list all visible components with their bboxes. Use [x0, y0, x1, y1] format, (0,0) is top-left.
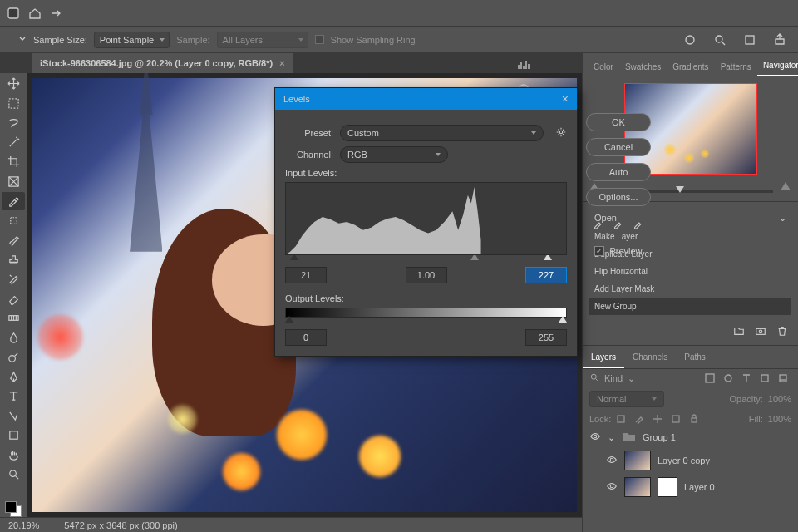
- layer-row[interactable]: ⌄ Group 1: [583, 427, 798, 447]
- filter-adjust-icon[interactable]: [723, 373, 733, 383]
- eraser-tool[interactable]: [2, 290, 25, 308]
- type-tool[interactable]: [2, 387, 25, 406]
- trash-icon[interactable]: [776, 325, 788, 338]
- blur-tool[interactable]: [2, 329, 25, 347]
- tool-more[interactable]: ⋯: [9, 485, 17, 495]
- ok-button[interactable]: OK: [586, 113, 651, 131]
- input-white-field[interactable]: 227: [525, 267, 567, 283]
- gradient-tool[interactable]: [2, 309, 25, 328]
- layer-row[interactable]: Layer 0: [583, 474, 798, 500]
- action-item-selected[interactable]: New Group: [589, 298, 791, 315]
- fill-value[interactable]: 100%: [768, 414, 791, 424]
- tools-panel: ⋯: [0, 73, 27, 517]
- tab-color[interactable]: Color: [588, 57, 619, 76]
- tab-channels[interactable]: Channels: [624, 347, 676, 368]
- layer-name: Group 1: [643, 432, 676, 442]
- sample-size-value: Point Sample: [100, 35, 154, 45]
- camera-icon[interactable]: [755, 325, 766, 338]
- lock-artboard-icon[interactable]: [671, 414, 681, 424]
- layer-name: Layer 0 copy: [658, 456, 710, 466]
- dodge-tool[interactable]: [2, 348, 25, 367]
- white-point-eyedropper-icon[interactable]: [633, 218, 644, 231]
- layer-row[interactable]: Layer 0 copy: [583, 447, 798, 474]
- marquee-tool[interactable]: [2, 95, 25, 113]
- lasso-tool[interactable]: [2, 114, 25, 132]
- visibility-icon[interactable]: [589, 431, 601, 444]
- input-black-field[interactable]: 21: [285, 267, 327, 283]
- visibility-icon[interactable]: [606, 480, 618, 494]
- auto-button[interactable]: Auto: [586, 163, 651, 181]
- heal-tool[interactable]: [2, 212, 25, 230]
- chevron-down-icon[interactable]: ⌄: [628, 373, 635, 384]
- home-icon[interactable]: [28, 7, 42, 20]
- lock-position-icon[interactable]: [653, 414, 663, 424]
- output-sliders[interactable]: [285, 316, 567, 323]
- tab-layers[interactable]: Layers: [583, 347, 624, 368]
- kind-label: Kind: [604, 373, 623, 383]
- filter-icon[interactable]: [589, 372, 599, 384]
- frame-tool[interactable]: [2, 173, 25, 191]
- channel-dropdown[interactable]: RGB: [340, 146, 448, 163]
- zoom-in-icon[interactable]: [780, 181, 791, 193]
- new-folder-icon[interactable]: [733, 325, 745, 338]
- expand-icon[interactable]: ⌄: [608, 432, 616, 443]
- hand-tool[interactable]: [2, 446, 25, 465]
- output-white-field[interactable]: 255: [525, 329, 567, 346]
- tab-navigator[interactable]: Navigator: [757, 56, 798, 76]
- close-icon[interactable]: ×: [562, 92, 569, 106]
- preview-label: Preview: [609, 246, 642, 256]
- chevron-down-icon[interactable]: [18, 35, 27, 45]
- sample-size-dropdown[interactable]: Point Sample: [94, 32, 170, 48]
- opacity-value[interactable]: 100%: [768, 394, 791, 404]
- crop-tool[interactable]: [2, 153, 25, 171]
- output-black-field[interactable]: 0: [285, 329, 327, 346]
- black-point-eyedropper-icon[interactable]: [593, 218, 604, 231]
- pen-tool[interactable]: [2, 368, 25, 387]
- blend-mode-dropdown[interactable]: Normal: [589, 391, 664, 407]
- arrow-icon: [50, 7, 63, 20]
- filter-pixel-icon[interactable]: [705, 373, 715, 383]
- gear-icon[interactable]: [555, 126, 567, 140]
- tab-gradients[interactable]: Gradients: [667, 57, 714, 76]
- cloud-icon[interactable]: [683, 33, 697, 47]
- tab-swatches[interactable]: Swatches: [619, 57, 667, 76]
- history-brush-tool[interactable]: [2, 270, 25, 288]
- filter-smart-icon[interactable]: [778, 373, 788, 383]
- dialog-title: Levels: [283, 94, 310, 104]
- shape-tool[interactable]: [2, 426, 25, 445]
- zoom-tool[interactable]: [2, 466, 25, 484]
- tab-paths[interactable]: Paths: [676, 347, 714, 368]
- tab-patterns[interactable]: Patterns: [715, 57, 757, 76]
- action-item[interactable]: Flip Horizontal: [589, 263, 791, 280]
- brush-tool[interactable]: [2, 231, 25, 249]
- frame-icon[interactable]: [743, 33, 756, 47]
- filter-shape-icon[interactable]: [760, 373, 770, 383]
- close-icon[interactable]: ×: [279, 58, 284, 68]
- lock-brush-icon[interactable]: [634, 414, 644, 424]
- dialog-titlebar[interactable]: Levels ×: [275, 88, 577, 110]
- lock-pixels-icon[interactable]: [616, 414, 626, 424]
- lock-all-icon[interactable]: [689, 414, 699, 424]
- input-mid-field[interactable]: 1.00: [406, 267, 447, 283]
- preview-checkbox[interactable]: ✓ Preview: [594, 246, 642, 256]
- gray-point-eyedropper-icon[interactable]: [613, 218, 624, 231]
- preset-dropdown[interactable]: Custom: [340, 125, 544, 141]
- path-tool[interactable]: [2, 407, 25, 426]
- stamp-tool[interactable]: [2, 251, 25, 269]
- histogram-icon[interactable]: [517, 58, 530, 73]
- document-tab[interactable]: iStock-966306584.jpg @ 20.2% (Layer 0 co…: [32, 53, 293, 73]
- visibility-icon[interactable]: [606, 454, 618, 467]
- share-icon[interactable]: [773, 33, 786, 47]
- action-item[interactable]: Add Layer Mask: [589, 280, 791, 298]
- options-button[interactable]: Options...: [586, 188, 651, 206]
- zoom-value[interactable]: 20.19%: [8, 520, 39, 530]
- svg-rect-12: [756, 328, 766, 334]
- folder-icon: [623, 431, 636, 444]
- move-tool[interactable]: [2, 75, 25, 93]
- wand-tool[interactable]: [2, 134, 25, 152]
- eyedropper-tool[interactable]: [2, 192, 25, 210]
- cancel-button[interactable]: Cancel: [586, 138, 651, 156]
- color-swatches[interactable]: [5, 501, 22, 518]
- filter-type-icon[interactable]: [741, 373, 751, 383]
- search-icon[interactable]: [713, 33, 727, 47]
